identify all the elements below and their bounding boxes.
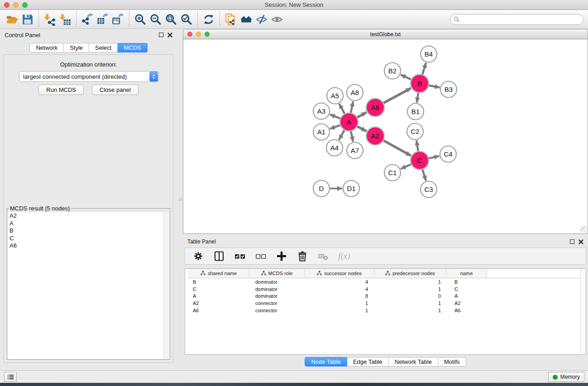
graph-node-C2[interactable]: C2 xyxy=(407,124,423,140)
result-item[interactable]: C xyxy=(8,235,169,243)
graph-edge-B-B2[interactable] xyxy=(401,75,411,80)
graph-node-D1[interactable]: D1 xyxy=(343,181,359,197)
graph-node-C[interactable]: C xyxy=(411,152,429,170)
tab-select[interactable]: Select xyxy=(89,43,118,52)
tab-mcds[interactable]: MCDS xyxy=(118,43,147,52)
graph-node-A7[interactable]: A7 xyxy=(347,143,363,159)
zoom-out-icon[interactable] xyxy=(148,12,163,27)
tab-node-table[interactable]: Node Table xyxy=(305,357,347,367)
result-list-scrollbar[interactable] xyxy=(163,212,169,359)
save-session-icon[interactable] xyxy=(20,12,35,27)
result-item[interactable]: A6 xyxy=(8,242,169,250)
graph-edge-A-A8[interactable] xyxy=(351,101,353,113)
splitter-grip[interactable] xyxy=(178,197,182,200)
graph-edge-A-A4[interactable] xyxy=(339,130,344,140)
unselect-all-columns-icon[interactable] xyxy=(255,250,267,262)
graph-node-D[interactable]: D xyxy=(313,181,330,197)
close-panel-icon[interactable] xyxy=(578,239,583,244)
refresh-view-icon[interactable] xyxy=(201,12,216,27)
zoom-in-icon[interactable] xyxy=(133,12,148,27)
graph-edge-B-B1[interactable] xyxy=(417,92,418,102)
export-image-icon[interactable] xyxy=(110,12,126,27)
graph-edge-A-A6[interactable] xyxy=(357,112,367,118)
hide-detail-eye-icon[interactable] xyxy=(254,12,269,27)
clone-network-icon[interactable] xyxy=(223,12,239,27)
memory-button[interactable]: Memory xyxy=(548,372,584,382)
graph-node-A5[interactable]: A5 xyxy=(327,88,343,104)
graph-node-B4[interactable]: B4 xyxy=(421,46,437,62)
column-header-name[interactable]: name xyxy=(446,269,487,278)
tab-style[interactable]: Style xyxy=(64,43,89,52)
window-resize-grip[interactable] xyxy=(580,226,587,233)
graph-edge-B-B4[interactable] xyxy=(422,63,426,75)
float-panel-icon[interactable] xyxy=(570,239,574,244)
column-header-MCDS-role[interactable]: MCDS role xyxy=(249,269,305,278)
tab-motifs[interactable]: Motifs xyxy=(438,357,466,367)
graph-edge-A-A1[interactable] xyxy=(330,125,340,129)
tab-network[interactable]: Network xyxy=(29,43,64,52)
graph-node-B[interactable]: B xyxy=(411,75,429,93)
table-row[interactable]: Bdominator41B xyxy=(188,278,586,286)
result-item[interactable]: B xyxy=(8,227,169,235)
result-item[interactable]: A xyxy=(8,220,169,228)
graph-node-A2[interactable]: A2 xyxy=(366,127,384,145)
tab-edge-table[interactable]: Edge Table xyxy=(347,357,389,367)
graph-node-A[interactable]: A xyxy=(340,113,358,131)
graph-node-C4[interactable]: C4 xyxy=(440,146,456,162)
zoom-fit-icon[interactable] xyxy=(163,12,179,27)
table-row[interactable]: A2connector11A2 xyxy=(188,300,586,307)
network-canvas[interactable]: B4B2BB3A5A8A6A3B1AA1C2A2A4A7C4CC1C3DD1 xyxy=(183,39,588,234)
graph-node-A3[interactable]: A3 xyxy=(313,103,330,119)
open-session-icon[interactable] xyxy=(5,12,20,27)
search-input[interactable] xyxy=(460,15,583,24)
column-header-predecessor-nodes[interactable]: predecessor nodes xyxy=(374,269,446,278)
graph-node-A8[interactable]: A8 xyxy=(347,85,363,101)
graph-edge-A-A3[interactable] xyxy=(330,114,341,119)
import-network-icon[interactable] xyxy=(42,12,57,27)
table-row[interactable]: A6connector11A6 xyxy=(188,307,586,314)
graph-edge-C-C2[interactable] xyxy=(416,140,418,151)
graph-node-B1[interactable]: B1 xyxy=(407,104,424,120)
graph-node-A6[interactable]: A6 xyxy=(366,99,384,117)
show-detail-eye-icon[interactable] xyxy=(269,12,285,27)
zoom-selected-icon[interactable] xyxy=(179,12,194,27)
home-icon[interactable] xyxy=(239,12,254,27)
graph-edge-A6-B[interactable] xyxy=(383,88,411,103)
graph-edge-C-C3[interactable] xyxy=(422,169,426,181)
graph-edge-C-C1[interactable] xyxy=(401,164,411,169)
settings-gear-icon[interactable] xyxy=(192,250,204,262)
criterion-select[interactable]: largest connected component (directed) ▲… xyxy=(19,71,159,82)
run-mcds-button[interactable]: Run MCDS xyxy=(38,85,84,95)
graph-node-A4[interactable]: A4 xyxy=(326,140,343,156)
graph-node-C1[interactable]: C1 xyxy=(384,165,401,181)
close-panel-button[interactable]: Close panel xyxy=(92,85,139,95)
table-scrollbar[interactable] xyxy=(580,269,586,354)
delete-column-icon[interactable] xyxy=(296,250,308,262)
table-row[interactable]: Adominator80A xyxy=(188,293,586,300)
graph-edge-A-A7[interactable] xyxy=(351,131,353,142)
show-columns-icon[interactable] xyxy=(213,250,225,262)
network-window-titlebar[interactable]: testGlobe.txt xyxy=(183,29,588,39)
export-network-icon[interactable] xyxy=(80,12,95,27)
graph-node-B3[interactable]: B3 xyxy=(440,81,457,98)
float-panel-icon[interactable] xyxy=(159,33,163,37)
graph-edge-C-C4[interactable] xyxy=(429,156,440,158)
vertical-splitter[interactable] xyxy=(177,29,183,234)
column-header-successor-nodes[interactable]: successor nodes xyxy=(305,269,374,278)
import-table-icon[interactable] xyxy=(57,12,73,27)
graph-edge-A-A2[interactable] xyxy=(357,126,367,131)
export-table-icon[interactable] xyxy=(95,12,110,27)
column-header-shared-name[interactable]: shared name xyxy=(188,269,249,278)
result-item[interactable]: A2 xyxy=(8,212,169,220)
graph-node-B2[interactable]: B2 xyxy=(384,63,401,79)
tab-network-table[interactable]: Network Table xyxy=(389,357,438,367)
graph-edge-A2-C[interactable] xyxy=(383,140,411,156)
graph-node-C3[interactable]: C3 xyxy=(421,181,437,198)
select-all-columns-icon[interactable] xyxy=(234,250,246,262)
close-panel-icon[interactable] xyxy=(167,33,172,38)
graph-edge-A-A5[interactable] xyxy=(339,104,344,114)
task-history-button[interactable] xyxy=(4,372,17,382)
table-row[interactable]: Cdominator41C xyxy=(188,286,586,293)
add-column-icon[interactable] xyxy=(276,250,287,262)
graph-node-A1[interactable]: A1 xyxy=(313,124,330,140)
